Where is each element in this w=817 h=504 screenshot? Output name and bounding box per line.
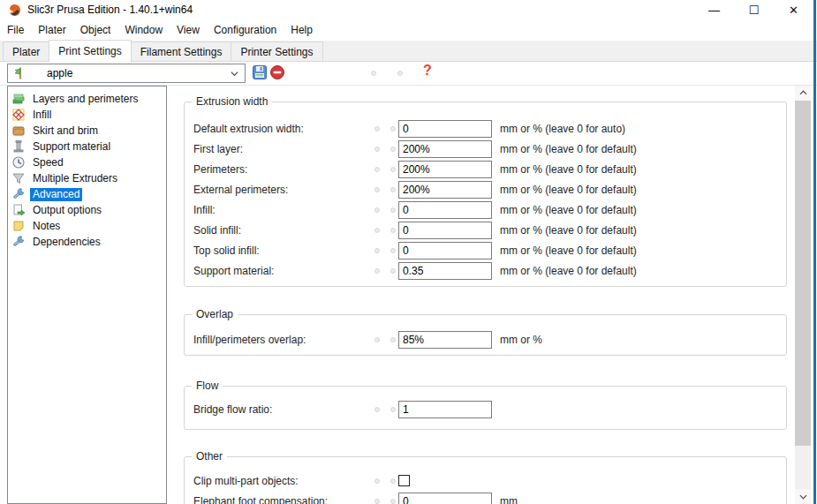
setting-row-solid-infill: Solid infill:0mm or % (leave 0 for defau…	[185, 220, 786, 240]
tab-print-settings[interactable]: Print Settings	[49, 40, 131, 62]
maximize-button[interactable]: ☐	[734, 0, 774, 19]
indicator-dot	[374, 268, 380, 274]
indicator-dot	[374, 407, 380, 412]
sidebar-item-label: Multiple Extruders	[30, 172, 120, 185]
sidebar-item-multiple-extruders[interactable]: Multiple Extruders	[8, 170, 166, 186]
clip-multi-part-objects-checkbox[interactable]	[398, 475, 410, 486]
first-layer-input[interactable]: 200%	[398, 140, 492, 158]
top-solid-infill-input[interactable]: 0	[398, 242, 492, 260]
setting-row-infill: Infill:0mm or % (leave 0 for default)	[185, 199, 786, 220]
menu-configuration[interactable]: Configuration	[207, 19, 284, 41]
delete-preset-button[interactable]	[269, 64, 285, 80]
sidebar-item-dependencies[interactable]: Dependencies	[8, 234, 166, 250]
sidebar-item-layers-and-perimeters[interactable]: Layers and perimeters	[8, 91, 166, 107]
minimize-button[interactable]: —	[694, 0, 734, 19]
window-title: Slic3r Prusa Edition - 1.40.1+win64	[27, 4, 193, 16]
settings-sections: Extrusion widthDefault extrusion width:0…	[184, 102, 787, 504]
setting-indicator-dots	[374, 126, 398, 132]
extruders-icon	[11, 171, 26, 185]
close-icon: ✕	[789, 4, 798, 17]
support-material-input[interactable]: 0.35	[398, 262, 492, 280]
indicator-dot	[390, 337, 396, 342]
setting-label: External perimeters:	[193, 184, 374, 196]
sidebar-item-notes[interactable]: Notes	[8, 218, 166, 234]
sidebar-item-label: Notes	[30, 220, 63, 233]
setting-indicator-dots	[374, 207, 398, 213]
infill-perimeters-overlap-input[interactable]: 85%	[398, 331, 492, 349]
menu-object[interactable]: Object	[73, 19, 118, 41]
setting-unit: mm or %	[500, 334, 542, 346]
print-settings-page: Layers and perimetersInfillSkirt and bri…	[0, 86, 817, 504]
sidebar-item-label: Advanced	[30, 188, 82, 201]
indicator-dot	[374, 248, 380, 253]
scroll-down-button[interactable]	[795, 489, 811, 504]
menu-help[interactable]: Help	[284, 19, 320, 41]
section-title: Overlap	[192, 308, 238, 320]
setting-label: Elephant foot compensation:	[193, 495, 374, 504]
default-extrusion-width-input[interactable]: 0	[398, 120, 492, 138]
menu-plater[interactable]: Plater	[31, 19, 72, 41]
wrench-icon	[11, 187, 26, 201]
setting-label: Default extrusion width:	[193, 123, 374, 135]
toolbar: apple ?	[0, 62, 817, 86]
scroll-up-button[interactable]	[795, 86, 811, 101]
preset-select[interactable]: apple	[7, 64, 246, 83]
external-perimeters-input[interactable]: 200%	[398, 181, 492, 199]
tab-filament-settings[interactable]: Filament Settings	[131, 41, 232, 61]
indicator-dot	[374, 187, 380, 192]
help-icon[interactable]: ?	[423, 63, 432, 79]
menu-view[interactable]: View	[170, 19, 207, 41]
sidebar-item-speed[interactable]: Speed	[8, 154, 166, 170]
elephant-foot-compensation-input[interactable]: 0	[398, 493, 492, 504]
sidebar-item-skirt-and-brim[interactable]: Skirt and brim	[8, 123, 166, 139]
save-preset-button[interactable]	[252, 64, 268, 80]
menu-bar: FilePlaterObjectWindowViewConfigurationH…	[0, 19, 817, 41]
setting-row-default-extrusion-width: Default extrusion width:0mm or % (leave …	[185, 118, 786, 139]
menu-window[interactable]: Window	[117, 19, 170, 41]
setting-unit: mm or % (leave 0 for default)	[500, 224, 637, 237]
tab-plater[interactable]: Plater	[3, 41, 49, 61]
indicator-dot	[390, 268, 396, 274]
sidebar-item-output-options[interactable]: Output options	[8, 202, 166, 218]
indicator-dot	[390, 478, 396, 484]
setting-row-elephant-foot-compensation: Elephant foot compensation:0mm	[185, 491, 786, 504]
scrollbar-thumb[interactable]	[795, 101, 811, 446]
setting-indicator-dots	[374, 499, 398, 504]
skirt-icon	[11, 124, 26, 138]
setting-label: Perimeters:	[193, 163, 374, 176]
infill-input[interactable]: 0	[398, 201, 492, 219]
sidebar-item-advanced[interactable]: Advanced	[8, 186, 166, 202]
indicator-dot	[374, 207, 380, 213]
section-extrusion-width: Extrusion widthDefault extrusion width:0…	[184, 102, 787, 287]
menu-file[interactable]: File	[0, 19, 31, 41]
setting-indicator-dots	[374, 147, 398, 152]
sidebar-item-label: Infill	[30, 109, 54, 122]
window-controls: —☐✕	[694, 0, 813, 19]
setting-unit: mm	[500, 495, 518, 504]
tab-printer-settings[interactable]: Printer Settings	[231, 41, 322, 61]
indicator-dot	[374, 126, 380, 132]
sidebar-item-support-material[interactable]: Support material	[8, 139, 166, 154]
wrench-icon	[11, 235, 26, 249]
setting-label: Top solid infill:	[193, 244, 374, 257]
vertical-scrollbar[interactable]	[795, 86, 811, 504]
sidebar-item-infill[interactable]: Infill	[8, 107, 166, 123]
setting-indicator-dots	[374, 167, 398, 172]
speed-icon	[11, 155, 26, 169]
solid-infill-input[interactable]: 0	[398, 222, 492, 239]
sidebar-item-label: Output options	[30, 204, 104, 217]
setting-indicator-dots	[374, 268, 398, 274]
toolbar-dot	[371, 71, 376, 76]
sidebar-item-label: Skirt and brim	[30, 124, 101, 138]
setting-label: Solid infill:	[193, 224, 374, 237]
output-icon	[11, 203, 26, 217]
close-button[interactable]: ✕	[774, 0, 813, 19]
setting-row-infill-perimeters-overlap: Infill/perimeters overlap:85%mm or %	[185, 329, 786, 350]
indicator-dot	[390, 228, 396, 233]
indicator-dot	[374, 167, 380, 172]
setting-unit: mm or % (leave 0 for default)	[500, 244, 637, 257]
perimeters-input[interactable]: 200%	[398, 161, 492, 178]
setting-label: Infill:	[193, 204, 374, 216]
bridge-flow-ratio-input[interactable]: 1	[398, 401, 492, 418]
indicator-dot	[390, 187, 396, 192]
